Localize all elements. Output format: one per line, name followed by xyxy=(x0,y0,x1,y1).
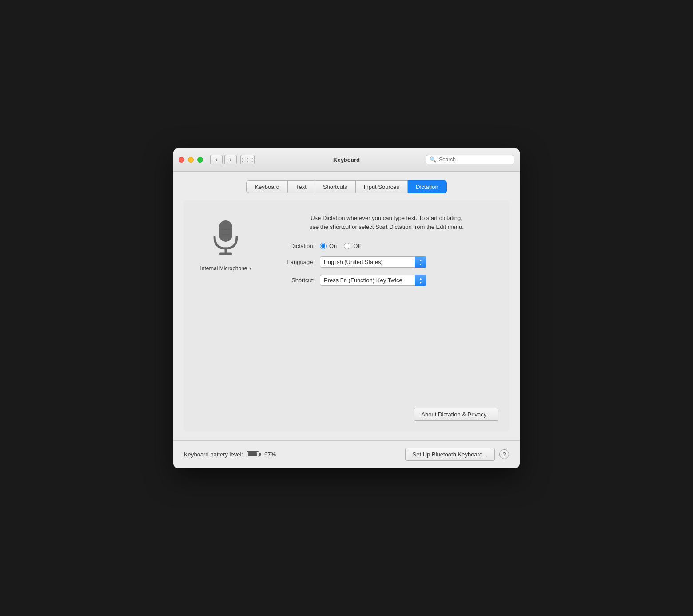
tab-shortcuts[interactable]: Shortcuts xyxy=(315,180,356,193)
close-button[interactable] xyxy=(179,157,184,163)
settings-section: Use Dictation wherever you can type text… xyxy=(275,214,498,293)
nav-buttons: ‹ › xyxy=(210,155,237,164)
battery-label: Keyboard battery level: xyxy=(184,451,243,458)
mic-dropdown-arrow[interactable]: ▾ xyxy=(249,266,251,271)
microphone-icon xyxy=(208,218,243,258)
dictation-row: Dictation: On Off xyxy=(275,243,498,249)
shortcut-select-wrapper: Press Fn (Function) Key Twice xyxy=(320,275,426,286)
search-input[interactable] xyxy=(439,156,510,163)
battery-tip xyxy=(259,453,261,456)
footer: Keyboard battery level: 97% Set Up Bluet… xyxy=(173,440,520,468)
dictation-on-option[interactable]: On xyxy=(320,243,337,249)
shortcut-select[interactable]: Press Fn (Function) Key Twice xyxy=(320,275,426,286)
language-label: Language: xyxy=(275,259,315,265)
dictation-off-radio[interactable] xyxy=(344,243,350,249)
dictation-off-option[interactable]: Off xyxy=(344,243,361,249)
battery-icon xyxy=(247,451,261,457)
mic-label: Internal Microphone ▾ xyxy=(200,265,251,272)
dictation-content: Internal Microphone ▾ Use Dictation wher… xyxy=(195,214,498,293)
tab-dictation[interactable]: Dictation xyxy=(408,180,447,193)
battery-body xyxy=(247,451,259,457)
keyboard-window: ‹ › ⋮⋮⋮ Keyboard 🔍 Keyboard Text Shortcu… xyxy=(173,148,520,468)
window-title: Keyboard xyxy=(333,156,360,163)
mic-name: Internal Microphone xyxy=(200,265,247,272)
shortcut-label: Shortcut: xyxy=(275,277,315,284)
battery-info: Keyboard battery level: 97% xyxy=(184,451,276,458)
mic-section: Internal Microphone ▾ xyxy=(195,214,257,272)
footer-right: Set Up Bluetooth Keyboard... ? xyxy=(405,448,509,461)
dictation-off-label: Off xyxy=(353,243,361,249)
search-icon: 🔍 xyxy=(430,156,436,163)
battery-fill xyxy=(248,452,257,456)
content-area: Keyboard Text Shortcuts Input Sources Di… xyxy=(173,172,520,440)
battery-percent: 97% xyxy=(264,451,276,458)
tab-text[interactable]: Text xyxy=(288,180,315,193)
titlebar: ‹ › ⋮⋮⋮ Keyboard 🔍 xyxy=(173,148,520,172)
language-select[interactable]: English (United States) xyxy=(320,256,426,268)
dictation-radio-group: On Off xyxy=(320,243,361,249)
back-button[interactable]: ‹ xyxy=(210,155,223,164)
dictation-panel: Internal Microphone ▾ Use Dictation wher… xyxy=(184,200,509,432)
tab-input-sources[interactable]: Input Sources xyxy=(356,180,408,193)
svg-rect-0 xyxy=(219,220,232,242)
minimize-button[interactable] xyxy=(188,157,194,163)
dictation-label: Dictation: xyxy=(275,243,315,249)
search-box: 🔍 xyxy=(426,155,514,164)
dictation-on-radio[interactable] xyxy=(320,243,327,249)
traffic-lights xyxy=(179,157,203,163)
description-text: Use Dictation wherever you can type text… xyxy=(275,214,498,232)
tab-keyboard[interactable]: Keyboard xyxy=(246,180,288,193)
shortcut-row: Shortcut: Press Fn (Function) Key Twice xyxy=(275,275,498,286)
forward-button[interactable]: › xyxy=(224,155,237,164)
language-select-wrapper: English (United States) xyxy=(320,256,426,268)
help-button[interactable]: ? xyxy=(499,449,509,459)
bluetooth-keyboard-button[interactable]: Set Up Bluetooth Keyboard... xyxy=(405,448,495,461)
dictation-on-label: On xyxy=(329,243,337,249)
about-dictation-button[interactable]: About Dictation & Privacy... xyxy=(414,408,498,421)
language-row: Language: English (United States) xyxy=(275,256,498,268)
grid-button[interactable]: ⋮⋮⋮ xyxy=(240,155,255,164)
maximize-button[interactable] xyxy=(197,157,203,163)
tab-bar: Keyboard Text Shortcuts Input Sources Di… xyxy=(184,180,509,193)
